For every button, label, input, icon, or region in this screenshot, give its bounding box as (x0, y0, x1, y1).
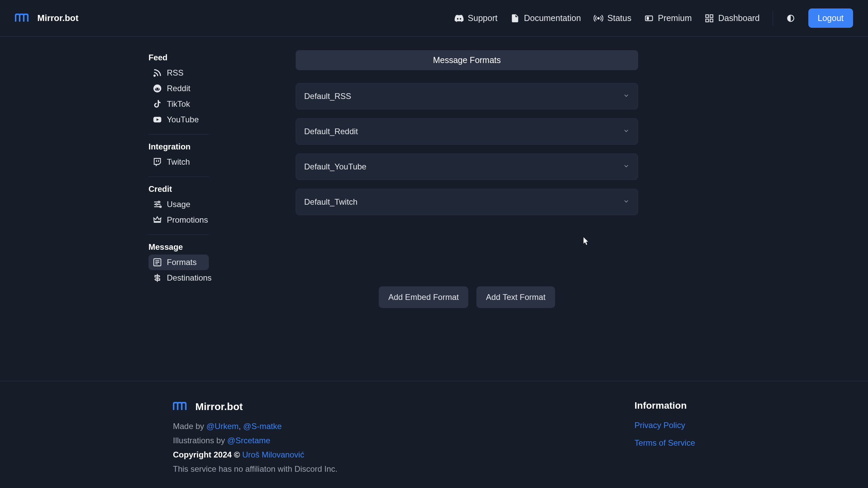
sidebar-item-label: TikTok (167, 99, 190, 109)
signpost-icon (153, 273, 162, 283)
sidebar-item-label: Promotions (167, 215, 208, 225)
nav-divider (773, 11, 773, 26)
footer-text: Copyright 2024 © (173, 450, 242, 459)
main-content: Message Formats Default_RSS Default_Redd… (296, 50, 638, 381)
layout-icon (153, 258, 162, 267)
format-row-youtube[interactable]: Default_YouTube (296, 154, 638, 180)
sidebar-group-feed: Feed (149, 50, 209, 65)
sidebar-item-reddit[interactable]: Reddit (149, 81, 209, 96)
format-label: Default_RSS (304, 92, 351, 101)
format-row-twitch[interactable]: Default_Twitch (296, 189, 638, 215)
nav-status-label: Status (607, 13, 631, 23)
footer-made-by: Made by @Urkem, @S-matke (173, 422, 337, 431)
svg-rect-2 (647, 17, 649, 19)
page-title: Message Formats (296, 50, 638, 70)
sidebar-item-usage[interactable]: Usage (149, 197, 209, 212)
rss-icon (153, 68, 162, 78)
reddit-icon (153, 84, 162, 93)
format-row-reddit[interactable]: Default_Reddit (296, 118, 638, 145)
sidebar-item-youtube[interactable]: YouTube (149, 112, 209, 127)
svg-rect-3 (706, 15, 709, 17)
logout-button[interactable]: Logout (808, 8, 853, 28)
sidebar: Feed RSS Reddit TikTok YouTube Integrati… (149, 50, 209, 381)
sidebar-item-label: YouTube (167, 115, 199, 124)
nav-support[interactable]: Support (454, 13, 498, 23)
document-icon (510, 14, 520, 23)
chevron-down-icon (623, 162, 630, 171)
nav-support-label: Support (468, 13, 498, 23)
sidebar-item-promotions[interactable]: Promotions (149, 212, 209, 228)
add-embed-format-button[interactable]: Add Embed Format (379, 286, 468, 308)
footer-text: Illustrations by (173, 436, 227, 445)
premium-icon (644, 14, 654, 23)
footer-link-privacy[interactable]: Privacy Policy (634, 421, 695, 430)
footer-info-title: Information (634, 400, 695, 411)
svg-point-15 (160, 206, 161, 208)
dashboard-icon (705, 14, 714, 23)
sidebar-group-credit: Credit (149, 182, 209, 197)
format-label: Default_Reddit (304, 127, 358, 136)
crown-icon (153, 215, 162, 225)
sidebar-group-message: Message (149, 240, 209, 255)
svg-point-14 (156, 204, 157, 205)
format-row-rss[interactable]: Default_RSS (296, 83, 638, 109)
svg-rect-5 (706, 19, 709, 22)
footer-copyright: Copyright 2024 © Uroš Milovanović (173, 450, 337, 460)
sliders-icon (153, 200, 162, 209)
tiktok-icon (153, 99, 162, 109)
footer-link-terms[interactable]: Terms of Service (634, 438, 695, 448)
sidebar-divider (149, 235, 209, 235)
footer-link-urkem[interactable]: @Urkem (206, 422, 239, 431)
footer-text: , (239, 422, 243, 431)
sidebar-group-integration: Integration (149, 139, 209, 154)
nav-premium-label: Premium (658, 13, 692, 23)
broadcast-icon (594, 14, 603, 23)
discord-icon (454, 14, 464, 23)
svg-point-13 (158, 201, 160, 203)
sidebar-divider (149, 177, 209, 177)
svg-rect-4 (710, 15, 713, 17)
dark-mode-icon (786, 14, 795, 23)
cursor-icon (583, 237, 589, 247)
svg-point-11 (158, 88, 159, 89)
sidebar-item-tiktok[interactable]: TikTok (149, 96, 209, 112)
footer-link-srcetame[interactable]: @Srcetame (227, 436, 270, 445)
footer-brand[interactable]: Mirror.bot (173, 400, 337, 413)
sidebar-item-formats[interactable]: Formats (149, 255, 209, 270)
footer-link-author[interactable]: Uroš Milovanović (242, 450, 304, 459)
sidebar-divider (149, 134, 209, 135)
sidebar-item-label: RSS (167, 68, 183, 78)
brand[interactable]: Mirror.bot (15, 12, 78, 24)
sidebar-item-label: Reddit (167, 84, 190, 93)
nav-status[interactable]: Status (594, 13, 631, 23)
nav-premium[interactable]: Premium (644, 13, 692, 23)
footer-disclaimer: This service has no affiliaton with Disc… (173, 464, 337, 474)
header: Mirror.bot Support Documentation Status … (0, 0, 868, 37)
sidebar-item-rss[interactable]: RSS (149, 65, 209, 81)
footer-brand-name: Mirror.bot (195, 401, 243, 412)
format-label: Default_Twitch (304, 197, 357, 207)
brand-logo-icon (173, 400, 189, 413)
format-label: Default_YouTube (304, 162, 367, 171)
nav-documentation[interactable]: Documentation (510, 13, 581, 23)
brand-logo-icon (15, 12, 31, 24)
sidebar-item-twitch[interactable]: Twitch (149, 154, 209, 170)
chevron-down-icon (623, 92, 630, 101)
sidebar-item-label: Formats (167, 258, 197, 267)
svg-point-0 (598, 17, 599, 19)
sidebar-item-label: Destinations (167, 273, 212, 283)
chevron-down-icon (623, 127, 630, 136)
add-text-format-button[interactable]: Add Text Format (476, 286, 555, 308)
theme-toggle[interactable] (786, 14, 795, 23)
footer-text: Made by (173, 422, 206, 431)
svg-rect-6 (710, 19, 713, 22)
youtube-icon (153, 115, 162, 124)
nav-dashboard[interactable]: Dashboard (705, 13, 760, 23)
nav-documentation-label: Documentation (524, 13, 581, 23)
sidebar-item-label: Usage (167, 200, 190, 209)
chevron-down-icon (623, 197, 630, 207)
header-nav: Support Documentation Status Premium Das… (454, 8, 853, 28)
sidebar-item-destinations[interactable]: Destinations (149, 270, 209, 286)
footer-illustrations: Illustrations by @Srcetame (173, 436, 337, 445)
footer-link-smatke[interactable]: @S-matke (243, 422, 282, 431)
